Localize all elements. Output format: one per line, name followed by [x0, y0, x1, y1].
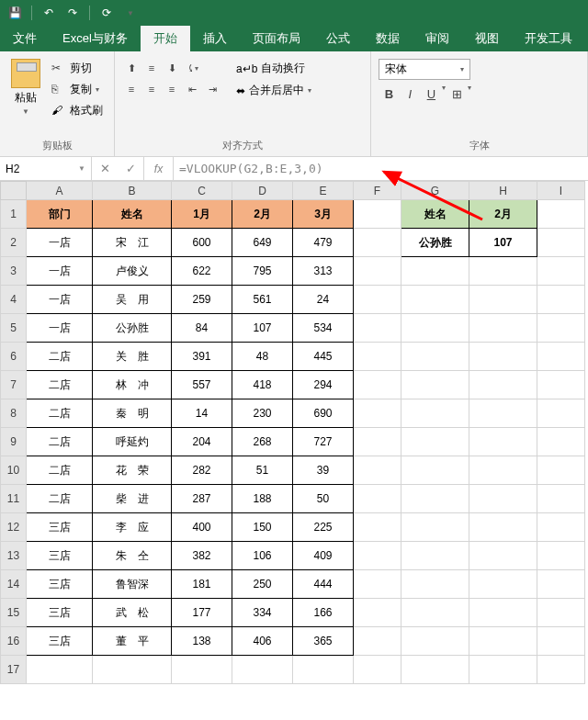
tab-home[interactable]: 开始 [141, 26, 190, 51]
cell[interactable] [537, 257, 585, 286]
refresh-icon[interactable]: ⟳ [99, 6, 114, 20]
cell[interactable] [469, 314, 537, 343]
bold-button[interactable]: B [379, 84, 399, 104]
cell[interactable]: 557 [172, 371, 232, 399]
row-header[interactable]: 17 [1, 656, 27, 684]
col-header-G[interactable]: G [401, 182, 469, 200]
cell[interactable]: 林 冲 [93, 371, 172, 399]
cell[interactable]: 呼延灼 [93, 428, 172, 456]
cell[interactable]: 690 [293, 399, 354, 428]
format-painter-button[interactable]: 格式刷 [48, 101, 107, 120]
cell[interactable]: 561 [232, 286, 293, 314]
col-header-A[interactable]: A [27, 182, 93, 200]
cell[interactable] [537, 542, 585, 570]
cell[interactable]: 董 平 [93, 627, 172, 656]
cell[interactable]: 418 [232, 371, 293, 399]
row-header[interactable]: 10 [1, 456, 27, 485]
align-right-button[interactable]: ≡ [163, 80, 181, 98]
cell[interactable]: 649 [232, 229, 293, 257]
cell[interactable]: 166 [293, 599, 354, 627]
cell[interactable]: 444 [293, 570, 354, 599]
cell[interactable] [469, 599, 537, 627]
cell[interactable] [469, 627, 537, 656]
cell[interactable]: 282 [172, 456, 232, 485]
cell[interactable]: 268 [232, 428, 293, 456]
col-header-H[interactable]: H [469, 182, 537, 200]
cell[interactable]: 107 [232, 314, 293, 343]
row-header[interactable]: 2 [1, 229, 27, 257]
cell[interactable]: 三店 [27, 570, 93, 599]
row-header[interactable]: 7 [1, 371, 27, 399]
cell[interactable]: 一店 [27, 314, 93, 343]
merge-center-button[interactable]: ⬌合并后居中▾ [231, 81, 317, 100]
cell[interactable]: 3月 [293, 200, 354, 229]
cell[interactable]: 445 [293, 343, 354, 371]
cell[interactable] [469, 513, 537, 542]
tab-formulas[interactable]: 公式 [313, 26, 363, 51]
cell[interactable]: 二店 [27, 399, 93, 428]
tab-developer[interactable]: 开发工具 [512, 26, 585, 51]
tab-insert[interactable]: 插入 [190, 26, 240, 51]
cell[interactable] [401, 371, 469, 399]
cell[interactable] [401, 599, 469, 627]
cell[interactable] [469, 485, 537, 513]
cell[interactable] [354, 542, 401, 570]
cell[interactable]: 二店 [27, 456, 93, 485]
cell[interactable] [354, 200, 401, 229]
font-name-select[interactable]: 宋体▾ [379, 59, 470, 80]
row-header[interactable]: 13 [1, 542, 27, 570]
cell[interactable]: 225 [293, 513, 354, 542]
cell[interactable] [401, 428, 469, 456]
cell[interactable] [537, 399, 585, 428]
cell[interactable] [354, 485, 401, 513]
tab-data[interactable]: 数据 [363, 26, 413, 51]
cell[interactable]: 武 松 [93, 599, 172, 627]
undo-icon[interactable]: ↶ [41, 6, 56, 20]
cell[interactable] [172, 656, 232, 684]
cell[interactable] [469, 286, 537, 314]
col-header-B[interactable]: B [93, 182, 172, 200]
cell[interactable] [401, 513, 469, 542]
cell[interactable]: 294 [293, 371, 354, 399]
cell[interactable] [537, 656, 585, 684]
cell[interactable]: 关 胜 [93, 343, 172, 371]
cell[interactable]: 313 [293, 257, 354, 286]
cell[interactable] [354, 428, 401, 456]
cell[interactable]: 259 [172, 286, 232, 314]
cell[interactable] [401, 570, 469, 599]
cell[interactable] [401, 343, 469, 371]
border-button[interactable]: ⊞ [447, 84, 467, 104]
cell[interactable]: 334 [232, 599, 293, 627]
cell[interactable] [401, 257, 469, 286]
cell[interactable] [401, 542, 469, 570]
tab-file[interactable]: 文件 [0, 26, 50, 51]
cell[interactable] [537, 627, 585, 656]
cell[interactable]: 一店 [27, 257, 93, 286]
cell[interactable]: 朱 仝 [93, 542, 172, 570]
cell[interactable]: 吴 用 [93, 286, 172, 314]
fx-icon[interactable]: fx [144, 157, 174, 180]
cell[interactable]: 花 荣 [93, 456, 172, 485]
row-header[interactable]: 16 [1, 627, 27, 656]
cell[interactable]: 204 [172, 428, 232, 456]
row-header[interactable]: 9 [1, 428, 27, 456]
row-header[interactable]: 8 [1, 399, 27, 428]
align-center-button[interactable]: ≡ [142, 80, 161, 98]
col-header-E[interactable]: E [293, 182, 354, 200]
cell[interactable] [537, 485, 585, 513]
tab-review[interactable]: 审阅 [413, 26, 462, 51]
cell[interactable]: 三店 [27, 542, 93, 570]
cell[interactable]: 一店 [27, 286, 93, 314]
cell[interactable]: 公孙胜 [401, 229, 469, 257]
cell[interactable] [354, 656, 401, 684]
col-header-F[interactable]: F [354, 182, 401, 200]
cell[interactable]: 409 [293, 542, 354, 570]
cell[interactable]: 三店 [27, 513, 93, 542]
redo-icon[interactable]: ↷ [65, 6, 80, 20]
cell[interactable]: 400 [172, 513, 232, 542]
cell[interactable]: 84 [172, 314, 232, 343]
cell[interactable]: 622 [172, 257, 232, 286]
paste-button[interactable]: 粘贴 ▼ [7, 55, 44, 137]
cell[interactable] [469, 656, 537, 684]
copy-button[interactable]: 复制▾ [48, 80, 107, 99]
